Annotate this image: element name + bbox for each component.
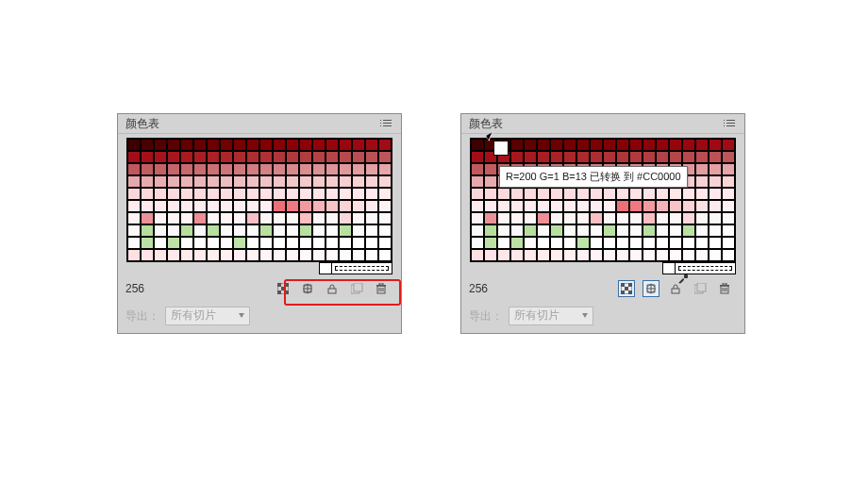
color-swatch[interactable]	[616, 212, 629, 224]
color-swatch[interactable]	[127, 175, 141, 188]
color-swatch[interactable]	[471, 139, 484, 151]
color-swatch[interactable]	[497, 212, 510, 224]
color-swatch[interactable]	[312, 151, 326, 163]
color-swatch[interactable]	[154, 237, 167, 249]
color-swatch[interactable]	[471, 163, 484, 175]
color-swatch[interactable]	[141, 139, 154, 151]
color-swatch[interactable]	[220, 188, 233, 200]
color-swatch[interactable]	[616, 200, 629, 212]
color-swatch[interactable]	[471, 175, 484, 188]
color-swatch[interactable]	[259, 151, 273, 163]
color-swatch[interactable]	[365, 224, 378, 237]
color-swatch[interactable]	[365, 175, 378, 188]
color-swatch[interactable]	[537, 188, 550, 200]
color-swatch[interactable]	[233, 212, 246, 224]
color-swatch[interactable]	[510, 212, 524, 224]
color-swatch[interactable]	[141, 200, 154, 212]
color-swatch[interactable]	[576, 139, 590, 151]
selected-transparent-swatch[interactable]	[675, 262, 736, 274]
color-swatch[interactable]	[590, 188, 603, 200]
color-swatch[interactable]	[180, 175, 193, 188]
color-swatch[interactable]	[365, 212, 378, 224]
color-swatch[interactable]	[365, 237, 378, 249]
color-swatch[interactable]	[378, 212, 392, 224]
trash-icon[interactable]	[716, 280, 733, 297]
new-swatch-icon[interactable]	[692, 280, 709, 297]
color-swatch[interactable]	[616, 151, 629, 163]
color-swatch[interactable]	[656, 212, 669, 224]
color-swatch[interactable]	[233, 188, 246, 200]
color-swatch[interactable]	[669, 249, 682, 261]
color-swatch[interactable]	[193, 175, 207, 188]
color-swatch[interactable]	[127, 249, 141, 261]
color-swatch[interactable]	[312, 163, 326, 175]
color-swatch[interactable]	[273, 175, 286, 188]
color-swatch[interactable]	[484, 151, 497, 163]
color-swatch[interactable]	[471, 188, 484, 200]
color-swatch[interactable]	[141, 212, 154, 224]
color-swatch[interactable]	[643, 151, 656, 163]
color-swatch[interactable]	[220, 139, 233, 151]
color-swatch[interactable]	[246, 175, 259, 188]
color-swatch[interactable]	[326, 151, 339, 163]
color-swatch[interactable]	[167, 188, 180, 200]
color-swatch[interactable]	[603, 200, 616, 212]
color-swatch[interactable]	[273, 237, 286, 249]
color-swatch[interactable]	[669, 151, 682, 163]
color-swatch[interactable]	[603, 151, 616, 163]
color-swatch[interactable]	[167, 200, 180, 212]
color-swatch[interactable]	[286, 212, 299, 224]
color-swatch[interactable]	[326, 237, 339, 249]
color-swatch[interactable]	[576, 249, 590, 261]
color-swatch[interactable]	[590, 151, 603, 163]
color-swatch[interactable]	[207, 175, 220, 188]
color-swatch[interactable]	[154, 224, 167, 237]
color-swatch[interactable]	[286, 175, 299, 188]
color-swatch[interactable]	[154, 212, 167, 224]
color-swatch[interactable]	[246, 212, 259, 224]
color-swatch[interactable]	[656, 237, 669, 249]
color-swatch[interactable]	[339, 200, 352, 212]
color-swatch[interactable]	[286, 139, 299, 151]
color-swatch[interactable]	[695, 175, 709, 188]
color-swatch[interactable]	[167, 249, 180, 261]
color-swatch[interactable]	[695, 200, 709, 212]
color-swatch[interactable]	[273, 139, 286, 151]
color-swatch[interactable]	[193, 237, 207, 249]
color-swatch[interactable]	[180, 224, 193, 237]
color-swatch[interactable]	[312, 139, 326, 151]
color-swatch[interactable]	[563, 151, 576, 163]
color-swatch[interactable]	[273, 224, 286, 237]
color-swatch[interactable]	[695, 249, 709, 261]
color-swatch[interactable]	[616, 139, 629, 151]
color-swatch[interactable]	[510, 249, 524, 261]
color-swatch[interactable]	[656, 224, 669, 237]
color-swatch[interactable]	[537, 151, 550, 163]
color-swatch[interactable]	[220, 224, 233, 237]
color-swatch[interactable]	[141, 224, 154, 237]
panel-menu-icon[interactable]	[380, 118, 393, 129]
color-swatch[interactable]	[603, 249, 616, 261]
color-swatch[interactable]	[378, 175, 392, 188]
color-swatch[interactable]	[524, 139, 537, 151]
color-swatch[interactable]	[484, 163, 497, 175]
color-swatch[interactable]	[246, 188, 259, 200]
color-swatch[interactable]	[207, 249, 220, 261]
color-swatch[interactable]	[682, 212, 695, 224]
color-swatch[interactable]	[207, 163, 220, 175]
color-swatch[interactable]	[207, 237, 220, 249]
color-swatch[interactable]	[339, 163, 352, 175]
color-swatch[interactable]	[326, 163, 339, 175]
color-swatch[interactable]	[352, 237, 365, 249]
color-swatch[interactable]	[722, 139, 735, 151]
color-swatch[interactable]	[154, 151, 167, 163]
color-swatch[interactable]	[550, 188, 563, 200]
color-swatch[interactable]	[722, 237, 735, 249]
color-swatch[interactable]	[207, 212, 220, 224]
color-swatch[interactable]	[629, 237, 643, 249]
color-swatch[interactable]	[484, 224, 497, 237]
color-swatch[interactable]	[339, 139, 352, 151]
color-swatch[interactable]	[537, 237, 550, 249]
color-swatch[interactable]	[497, 139, 510, 151]
color-swatch[interactable]	[220, 200, 233, 212]
